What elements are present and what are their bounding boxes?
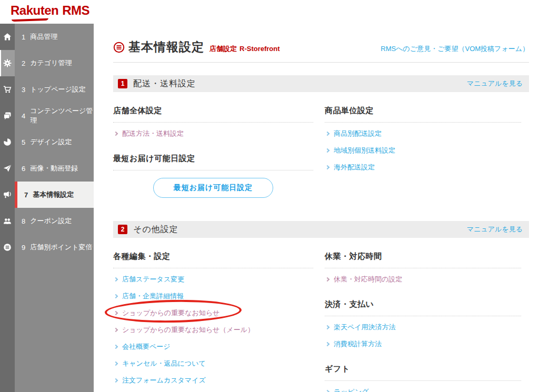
section-other-body: 各種編集・設定 店舗ステータス変更 店舗・企業詳細情報 ショップからの重要なお知… — [113, 238, 529, 392]
sidebar-item-label: デザイン設定 — [30, 137, 72, 147]
group-title-gift: ギフト — [325, 358, 521, 381]
sidebar-item-label: カテゴリ管理 — [30, 58, 72, 68]
link-important-shop-notice-mail[interactable]: ショップからの重要なお知らせ（メール） — [113, 321, 313, 338]
sidebar-item-basic-info-settings[interactable]: 7基本情報設定 — [0, 182, 94, 208]
sidebar-item-number: 1 — [22, 33, 25, 41]
chevron-right-icon — [114, 345, 118, 349]
sidebar-item-number: 5 — [22, 138, 25, 146]
link-cancel-returns[interactable]: キャンセル・返品について — [113, 355, 313, 372]
chevron-right-icon — [114, 378, 118, 383]
group-title-payment: 決済・支払い — [325, 293, 521, 316]
group-title-closed-hours: 休業・対応時間 — [325, 245, 521, 268]
sidebar-nav: 1商品管理 2カテゴリ管理 3トップページ設定 4コンテンツページ管理 5デザイ… — [0, 24, 94, 392]
pages-icon — [3, 112, 12, 120]
sidebar-item-number: 3 — [22, 86, 25, 94]
manual-link[interactable]: マニュアルを見る — [467, 79, 523, 88]
section-other-header: 2 その他設定 マニュアルを見る — [113, 221, 529, 238]
link-important-shop-notice[interactable]: ショップからの重要なお知らせ — [113, 305, 313, 321]
sidebar-item-number: 8 — [22, 217, 25, 225]
cart-icon — [3, 85, 12, 94]
manual-link[interactable]: マニュアルを見る — [467, 225, 523, 234]
sidebar-item-category-management[interactable]: 2カテゴリ管理 — [0, 50, 94, 76]
megaphone-icon — [3, 190, 12, 199]
gear-icon — [3, 59, 12, 67]
top-bar: RakutenRMS — [0, 0, 539, 24]
sidebar-item-label: 店舗別ポイント変倍 — [30, 243, 92, 252]
chevron-right-icon — [114, 361, 118, 366]
sidebar-item-store-point-settings[interactable]: 9店舗別ポイント変倍 — [0, 234, 94, 260]
logo-underline-swoosh — [12, 18, 48, 22]
sidebar-item-number: 6 — [22, 165, 25, 173]
link-overseas-shipping[interactable]: 海外配送設定 — [325, 159, 521, 176]
chevron-right-icon — [114, 311, 118, 315]
home-icon — [3, 33, 12, 41]
section-title: 配送・送料設定 — [133, 78, 196, 89]
sidebar-item-label: 商品管理 — [30, 32, 57, 42]
link-rmail-page[interactable]: R-Mailページ — [113, 389, 313, 392]
group-title-earliest-delivery: 最短お届け可能日設定 — [113, 147, 313, 170]
chevron-right-icon — [325, 132, 330, 136]
sidebar-item-product-management[interactable]: 1商品管理 — [0, 24, 94, 50]
section-shipping-header: 1 配送・送料設定 マニュアルを見る — [113, 75, 529, 92]
rakuten-rms-logo[interactable]: RakutenRMS — [11, 3, 89, 18]
rms-page: RakutenRMS 1商品管理 2カテゴリ管理 3トップページ設定 4コンテン… — [0, 0, 539, 392]
link-wrapping[interactable]: ラッピング — [325, 384, 521, 392]
vom-feedback-link[interactable]: RMSへのご意見・ご要望（VOM投稿フォーム） — [381, 44, 529, 54]
link-regional-shipping-fee[interactable]: 地域別個別送料設定 — [325, 142, 521, 159]
sidebar-item-label: 基本情報設定 — [33, 190, 74, 199]
sidebar-item-number: 9 — [22, 244, 25, 252]
list-circle-icon — [3, 243, 12, 252]
logo-product: RMS — [62, 3, 89, 17]
pie-chart-icon — [3, 138, 12, 146]
chevron-right-icon — [325, 148, 330, 153]
chevron-right-icon — [114, 294, 118, 298]
sidebar-item-label: クーポン設定 — [30, 216, 72, 226]
sidebar-item-label: コンテンツページ管理 — [30, 106, 94, 125]
sidebar-item-coupon-settings[interactable]: 8クーポン設定 — [0, 208, 94, 234]
paper-plane-icon — [3, 164, 12, 173]
group-title-per-item: 商品単位設定 — [325, 99, 521, 123]
section-number-badge: 1 — [118, 79, 127, 88]
earliest-delivery-settings-button[interactable]: 最短お届け可能日設定 — [153, 178, 274, 198]
link-shipping-method-settings[interactable]: 配送方法・送料設定 — [113, 125, 313, 142]
chevron-right-icon — [325, 165, 330, 169]
sidebar-item-image-video-registration[interactable]: 6画像・動画登録 — [0, 155, 94, 182]
sidebar-item-design-settings[interactable]: 5デザイン設定 — [0, 129, 94, 155]
page-title: 基本情報設定 — [128, 39, 204, 55]
link-consumption-tax-calc[interactable]: 消費税計算方法 — [325, 336, 521, 353]
chevron-right-icon — [114, 132, 118, 136]
chevron-right-icon — [325, 342, 330, 346]
sidebar-item-number: 7 — [24, 191, 28, 199]
sidebar-item-content-page-management[interactable]: 4コンテンツページ管理 — [0, 103, 94, 129]
section-shipping-body: 店舗全体設定 配送方法・送料設定 最短お届け可能日設定 最短お届け可能日設定 商… — [113, 92, 529, 205]
link-store-company-details[interactable]: 店舗・企業詳細情報 — [113, 288, 313, 305]
link-order-form-customize[interactable]: 注文フォームカスタマイズ — [113, 372, 313, 389]
link-item-shipping-settings[interactable]: 商品別配送設定 — [325, 125, 521, 142]
store-settings-label: 店舗設定R-Storefront — [209, 44, 280, 54]
page-header: 基本情報設定 店舗設定R-Storefront RMSへのご意見・ご要望（VOM… — [113, 39, 529, 55]
chevron-right-icon — [325, 325, 330, 329]
main-content: 基本情報設定 店舗設定R-Storefront RMSへのご意見・ご要望（VOM… — [113, 32, 529, 392]
sidebar-item-label: 画像・動画登録 — [30, 164, 78, 173]
list-circle-icon — [113, 42, 125, 53]
link-closed-hours-settings[interactable]: 休業・対応時間の設定 — [325, 271, 521, 288]
section-title: その他設定 — [133, 224, 178, 235]
sidebar-item-top-page-settings[interactable]: 3トップページ設定 — [0, 76, 94, 103]
header-divider — [113, 62, 529, 63]
chevron-right-icon — [114, 277, 118, 282]
sidebar-item-label: トップページ設定 — [30, 85, 86, 94]
group-title-various-edit: 各種編集・設定 — [113, 245, 313, 268]
users-icon — [3, 217, 12, 225]
link-rakuten-pay-methods[interactable]: 楽天ペイ用決済方法 — [325, 319, 521, 336]
link-store-status-change[interactable]: 店舗ステータス変更 — [113, 271, 313, 288]
sidebar-item-number: 2 — [22, 59, 25, 67]
storefront-brand: R-Storefront — [239, 45, 280, 53]
section-number-badge: 2 — [118, 225, 127, 234]
logo-brand: Rakuten — [11, 3, 58, 17]
chevron-right-icon — [114, 328, 118, 332]
sidebar-item-number: 4 — [22, 112, 25, 120]
chevron-right-icon — [325, 390, 330, 392]
group-title-store-wide: 店舗全体設定 — [113, 99, 313, 123]
chevron-right-icon — [325, 277, 330, 282]
link-company-overview-page[interactable]: 会社概要ページ — [113, 338, 313, 355]
